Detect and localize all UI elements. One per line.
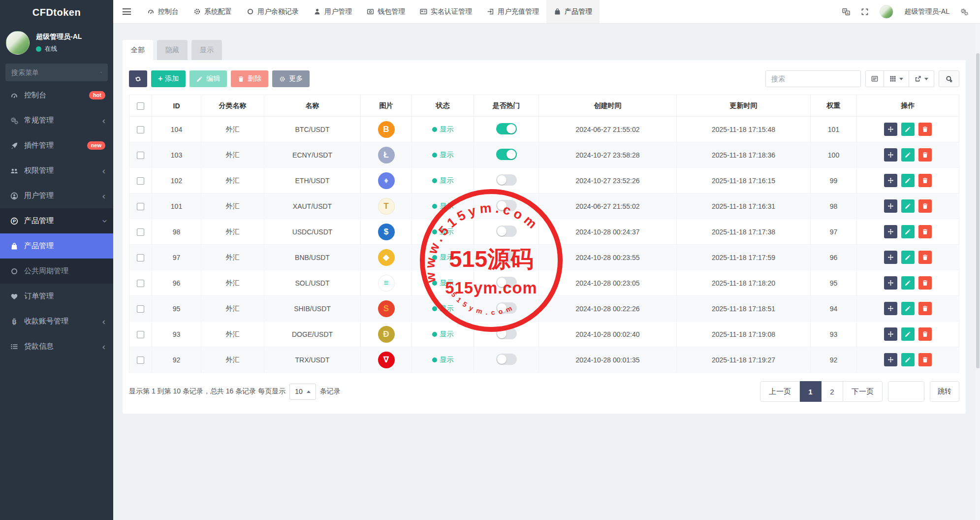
page-jump-input[interactable] xyxy=(888,381,924,402)
sidebar-item-plugins[interactable]: 插件管理 new xyxy=(0,133,113,158)
tab-visible[interactable]: 显示 xyxy=(191,40,222,60)
topnav-tab-products[interactable]: 产品管理 xyxy=(546,0,600,23)
row-edit-button[interactable] xyxy=(901,327,915,341)
sidebar-toggle-button[interactable] xyxy=(113,0,140,23)
detail-view-button[interactable] xyxy=(865,70,884,87)
row-delete-button[interactable] xyxy=(918,276,932,290)
hot-toggle[interactable] xyxy=(496,200,517,211)
edit-button[interactable]: 编辑 xyxy=(190,70,227,87)
sidebar-item-permissions[interactable]: 权限管理 ‹ xyxy=(0,158,113,183)
avatar[interactable] xyxy=(6,31,30,55)
row-edit-button[interactable] xyxy=(901,353,915,366)
hot-toggle[interactable] xyxy=(496,123,517,134)
page-2-button[interactable]: 2 xyxy=(822,381,843,402)
row-edit-button[interactable] xyxy=(901,199,915,213)
row-checkbox[interactable] xyxy=(137,177,144,185)
row-delete-button[interactable] xyxy=(918,123,932,136)
row-edit-button[interactable] xyxy=(901,225,915,238)
tab-all[interactable]: 全部 xyxy=(123,40,153,60)
row-move-button[interactable] xyxy=(884,174,897,187)
row-checkbox[interactable] xyxy=(137,203,144,210)
topnav-tab-wallets[interactable]: 钱包管理 xyxy=(359,0,412,23)
topnav-tab-recharge[interactable]: 用户充值管理 xyxy=(479,0,546,23)
tab-hidden[interactable]: 隐藏 xyxy=(157,40,188,60)
add-button[interactable]: +添加 xyxy=(151,70,186,87)
row-checkbox[interactable] xyxy=(137,254,144,261)
sidebar-item-loan-info[interactable]: 贷款信息 ‹ xyxy=(0,334,113,359)
select-all-checkbox[interactable] xyxy=(137,102,144,110)
row-checkbox[interactable] xyxy=(137,280,144,287)
row-delete-button[interactable] xyxy=(918,174,932,187)
fullscreen-button[interactable] xyxy=(861,8,869,16)
row-checkbox[interactable] xyxy=(137,305,144,313)
row-edit-button[interactable] xyxy=(901,148,915,162)
row-edit-button[interactable] xyxy=(901,276,915,290)
hot-toggle[interactable] xyxy=(496,302,517,314)
row-checkbox[interactable] xyxy=(137,331,144,338)
search-submit-button[interactable] xyxy=(939,70,959,87)
sidebar-item-payment-accounts[interactable]: 收款账号管理 ‹ xyxy=(0,309,113,334)
row-delete-button[interactable] xyxy=(918,148,932,162)
hot-toggle[interactable] xyxy=(496,251,517,262)
row-move-button[interactable] xyxy=(884,225,897,238)
brand-logo[interactable]: CFDtoken xyxy=(0,0,113,25)
topnav-tab-dashboard[interactable]: 控制台 xyxy=(140,0,186,23)
row-edit-button[interactable] xyxy=(901,251,915,264)
row-move-button[interactable] xyxy=(884,199,897,213)
table-search-input[interactable] xyxy=(765,70,861,87)
row-move-button[interactable] xyxy=(884,302,897,315)
topnav-tab-balance-records[interactable]: 用户余额记录 xyxy=(239,0,306,23)
scrollbar-track[interactable] xyxy=(976,24,980,520)
row-checkbox[interactable] xyxy=(137,357,144,364)
scrollbar-thumb[interactable] xyxy=(976,53,980,368)
row-move-button[interactable] xyxy=(884,276,897,290)
sidebar-item-dashboard[interactable]: 控制台 hot xyxy=(0,83,113,108)
hot-toggle[interactable] xyxy=(496,226,517,237)
row-checkbox[interactable] xyxy=(137,126,144,133)
next-page-button[interactable]: 下一页 xyxy=(843,381,883,402)
row-delete-button[interactable] xyxy=(918,302,932,315)
sidebar-item-products-parent[interactable]: 产品管理 ‹ xyxy=(0,208,113,233)
settings-button[interactable] xyxy=(960,8,968,16)
delete-button[interactable]: 删除 xyxy=(231,70,268,87)
sidebar-item-products[interactable]: 产品管理 xyxy=(0,233,113,259)
row-move-button[interactable] xyxy=(884,327,897,341)
topnav-tab-system-config[interactable]: 系统配置 xyxy=(186,0,239,23)
menu-search-input[interactable] xyxy=(11,68,100,76)
hot-toggle[interactable] xyxy=(496,354,517,365)
row-move-button[interactable] xyxy=(884,353,897,366)
hot-toggle[interactable] xyxy=(496,277,517,288)
row-delete-button[interactable] xyxy=(918,199,932,213)
sidebar-item-orders[interactable]: 订单管理 xyxy=(0,284,113,309)
row-edit-button[interactable] xyxy=(901,123,915,136)
columns-button[interactable] xyxy=(884,70,909,87)
language-button[interactable] xyxy=(842,8,850,16)
page-1-button[interactable]: 1 xyxy=(800,381,822,402)
topnav-tab-users[interactable]: 用户管理 xyxy=(306,0,359,23)
hot-toggle[interactable] xyxy=(496,328,517,339)
avatar[interactable] xyxy=(880,5,893,19)
row-move-button[interactable] xyxy=(884,148,897,162)
page-size-select[interactable]: 10 xyxy=(289,384,316,400)
more-button[interactable]: 更多 xyxy=(272,70,310,87)
topnav-user-name[interactable]: 超级管理员-AL xyxy=(904,7,949,16)
export-button[interactable] xyxy=(909,70,934,87)
row-move-button[interactable] xyxy=(884,251,897,264)
page-jump-button[interactable]: 跳转 xyxy=(930,381,959,402)
row-checkbox[interactable] xyxy=(137,228,144,236)
hot-toggle[interactable] xyxy=(496,149,517,160)
row-edit-button[interactable] xyxy=(901,174,915,187)
row-checkbox[interactable] xyxy=(137,152,144,159)
sidebar-item-public-cycle[interactable]: 公共周期管理 xyxy=(0,259,113,284)
row-move-button[interactable] xyxy=(884,123,897,136)
prev-page-button[interactable]: 上一页 xyxy=(760,381,800,402)
row-delete-button[interactable] xyxy=(918,327,932,341)
row-delete-button[interactable] xyxy=(918,251,932,264)
row-delete-button[interactable] xyxy=(918,225,932,238)
hot-toggle[interactable] xyxy=(496,174,517,186)
topnav-tab-kyc[interactable]: 实名认证管理 xyxy=(412,0,479,23)
row-edit-button[interactable] xyxy=(901,302,915,315)
refresh-button[interactable] xyxy=(129,70,147,87)
sidebar-item-users[interactable]: 用户管理 ‹ xyxy=(0,183,113,208)
row-delete-button[interactable] xyxy=(918,353,932,366)
